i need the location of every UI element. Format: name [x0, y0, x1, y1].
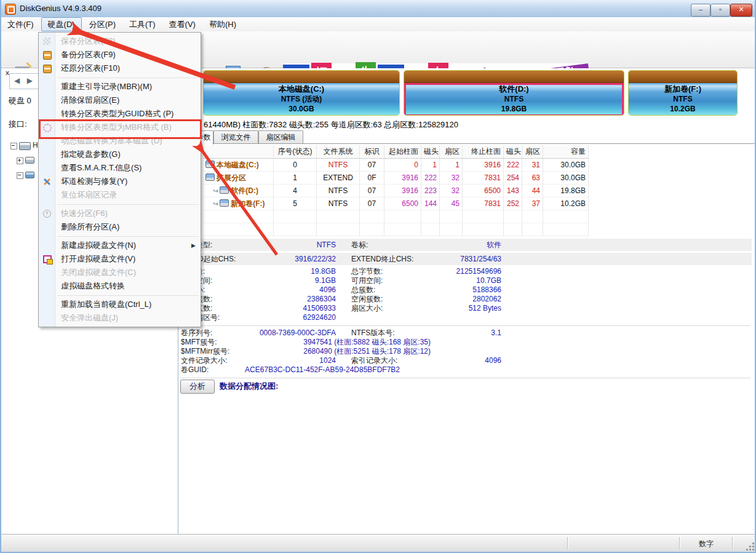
details-v1: NTFS	[203, 239, 336, 251]
table-row[interactable]: 本地磁盘(C:)0NTFS0701139162223130.0GB	[203, 159, 589, 172]
empty-cell	[504, 223, 522, 236]
details-v1: 41506933	[203, 304, 336, 313]
logical-arrow-icon: ↪	[213, 200, 218, 207]
maximize-button[interactable]: ▫	[710, 4, 730, 17]
table-cell: EXTEND	[317, 172, 360, 184]
empty-cell	[463, 223, 504, 236]
menubar-item-5[interactable]: 帮助(H)	[203, 17, 242, 31]
menubar-item-0[interactable]: 文件(F)	[1, 17, 40, 31]
tab-1[interactable]: 浏览文件	[213, 130, 258, 144]
menu-item-14[interactable]: 快速分区(F6)	[39, 207, 201, 220]
menu-item-10[interactable]: 查看S.M.A.R.T.信息(S)	[39, 161, 201, 175]
table-cell: 254	[504, 172, 522, 184]
menu-item-17[interactable]: 新建虚拟硬盘文件(N)▶	[39, 239, 201, 252]
menubar-item-3[interactable]: 工具(T)	[123, 17, 162, 31]
menu-item-19[interactable]: 关闭虚拟硬盘文件(C)	[39, 266, 201, 279]
partition-row-label: 本地磁盘(C:)	[217, 161, 259, 169]
table-cell: 3916	[463, 159, 504, 171]
table-cell: 252	[504, 197, 522, 210]
table-cell: 45	[440, 197, 463, 210]
partition-box-2[interactable]: 新加卷(F:)NTFS10.2GB	[628, 70, 738, 116]
details-row: 系统类型:NTFS卷标:软件	[180, 239, 752, 251]
partition-row-icon	[220, 186, 229, 194]
blank-icon	[42, 164, 51, 172]
menu-item-9[interactable]: 指定硬盘参数(G)	[39, 148, 201, 161]
details-row: 已用空间:9.1GB可用空间:10.7GB	[180, 276, 752, 285]
table-cell: 07	[360, 159, 384, 171]
empty-cell	[274, 210, 317, 223]
menu-item-0[interactable]: 保存分区表(F8)	[39, 34, 201, 48]
tab-2[interactable]: 扇区编辑	[258, 130, 303, 144]
annotation-red-box	[39, 119, 202, 139]
details-rule	[180, 378, 750, 378]
empty-cell	[421, 210, 440, 223]
blank-icon	[42, 241, 51, 250]
details-v1: 19.8GB	[203, 267, 336, 276]
menu-item-label: 关闭虚拟硬盘文件(C)	[61, 268, 136, 277]
menubar-item-1[interactable]: 硬盘(D)	[41, 17, 82, 31]
table-header-name	[203, 145, 274, 158]
menu-item-22[interactable]: 重新加载当前硬盘(Ctrl_L)	[39, 298, 201, 311]
partition-body: 软件(D:)NTFS19.8GB	[404, 83, 624, 116]
menubar-item-4[interactable]: 查看(V)	[163, 17, 202, 31]
window-left-frame	[0, 0, 1, 553]
blank-icon	[42, 150, 51, 159]
table-row[interactable]: 扩展分区1EXTEND0F39162223278312546330.0GB	[203, 172, 589, 185]
collapse-icon[interactable]	[17, 172, 23, 179]
details-v2: 5188366	[369, 285, 501, 295]
table-cell: 3916	[384, 172, 421, 184]
minimize-button[interactable]: –	[691, 4, 710, 17]
blank-icon	[42, 282, 51, 290]
expand-icon[interactable]	[17, 157, 23, 164]
partition-size: 19.8GB	[404, 104, 624, 114]
table-row[interactable]: ↪新加卷(F:)5NTFS0765001444578312523710.2GB	[203, 197, 589, 210]
close-button[interactable]: ✕	[730, 4, 752, 17]
menu-item-1[interactable]: 备份分区表(F9)	[39, 48, 201, 62]
menu-item-label: 转换分区表类型为GUID格式 (P)	[61, 109, 173, 118]
tab-baseline	[180, 143, 756, 144]
disk-icon	[19, 142, 31, 150]
partition-table: 序号(状态)文件系统标识起始柱面磁头扇区终止柱面磁头扇区容量本地磁盘(C:)0N…	[203, 145, 589, 236]
status-separator	[679, 537, 680, 549]
partition-box-0[interactable]: 本地磁盘(C:)NTFS (活动)30.0GB	[203, 70, 400, 116]
details-v1: ACE67B3C-DC11-452F-AB59-24D85BFDF7B2	[203, 365, 400, 375]
table-header-9: 容量	[543, 145, 589, 158]
menu-item-4[interactable]: 重建主引导记录(MBR)(M)	[39, 80, 201, 93]
collapse-icon[interactable]	[10, 143, 17, 149]
table-row[interactable]: ↪软件(D:)4NTFS0739162233265001434419.8GB	[203, 185, 589, 197]
blank-icon	[42, 223, 51, 231]
table-cell: 4	[274, 185, 317, 197]
sidebar-nav-arrows[interactable]: ◀ ▶	[9, 73, 40, 89]
table-header-4: 磁头	[421, 145, 440, 158]
table-header-8: 扇区	[522, 145, 543, 158]
table-header-row: 序号(状态)文件系统标识起始柱面磁头扇区终止柱面磁头扇区容量	[203, 145, 589, 159]
resize-grip[interactable]	[752, 549, 754, 551]
empty-cell	[543, 210, 589, 223]
menu-item-18[interactable]: 打开虚拟硬盘文件(V)	[39, 252, 201, 266]
menu-item-12[interactable]: 复位坏扇区记录	[39, 188, 201, 202]
blank-icon	[42, 191, 51, 199]
menu-item-11[interactable]: 坏道检测与修复(Y)	[39, 175, 201, 188]
partition-disk-band	[404, 71, 624, 83]
menu-item-23[interactable]: 安全弹出磁盘(J)	[39, 311, 201, 325]
partition-row-label: 新加卷(F:)	[231, 199, 265, 208]
menu-separator	[39, 202, 201, 207]
table-cell: NTFS	[317, 159, 360, 171]
details-v2: 2802062	[369, 295, 501, 304]
menu-item-5[interactable]: 清除保留扇区(E)	[39, 93, 201, 107]
table-header-1: 文件系统	[317, 145, 360, 158]
empty-cell	[203, 223, 274, 236]
empty-cell	[384, 223, 421, 236]
status-bar: 数字	[0, 534, 756, 552]
details-v1: 2680490 (柱面:5251 磁头:178 扇区:12)	[203, 347, 431, 356]
details-v2: 512 Bytes	[369, 304, 501, 313]
menu-item-2[interactable]: 还原分区表(F10)	[39, 62, 201, 75]
menu-item-6[interactable]: 转换分区表类型为GUID格式 (P)	[39, 107, 201, 121]
analyze-button[interactable]: 分析	[180, 380, 215, 394]
menu-item-label: 指定硬盘参数(G)	[61, 149, 121, 159]
partition-box-1[interactable]: 软件(D:)NTFS19.8GB	[404, 70, 624, 116]
restore-icon	[43, 65, 52, 73]
menubar-item-2[interactable]: 分区(P)	[83, 17, 122, 31]
menu-item-15[interactable]: 删除所有分区(A)	[39, 220, 201, 234]
menu-item-20[interactable]: 虚拟磁盘格式转换	[39, 279, 201, 293]
